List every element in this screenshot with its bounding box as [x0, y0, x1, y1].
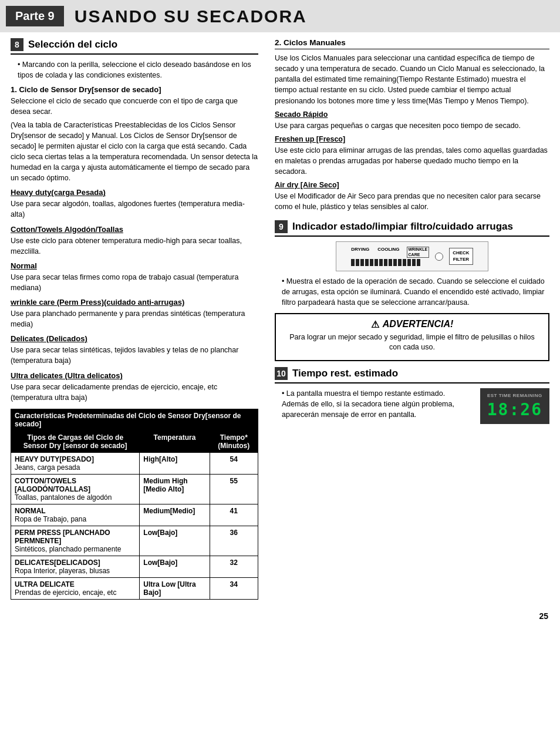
table-cell-temp: Ultra Low [Ultra Bajo] [140, 577, 210, 599]
wrinkle-label: WRINKLECARE [407, 247, 430, 258]
section9-title: Indicador estado/limpiar filtro/cuidado … [292, 221, 513, 233]
table-cell-type: PERM PRESS [PLANCHADO PERMNENTE]Sintétic… [11, 526, 140, 556]
bar-6 [375, 259, 378, 266]
section8-heading: 8 Selección del ciclo [11, 38, 258, 55]
bar-13 [407, 259, 411, 266]
table-cell-temp: High[Alto] [140, 452, 210, 474]
cycle-table: Características Predeterminadas del Cicl… [11, 409, 258, 600]
normal-title: Normal [11, 261, 258, 270]
warning-triangle-icon: ⚠ [371, 319, 379, 330]
table-cell-temp: Medium[Medio] [140, 504, 210, 526]
bar-group: DRYING COOLING WRINKLECARE [351, 247, 429, 266]
timer-section: • La pantalla muestra el tiempo restante… [275, 388, 549, 424]
bar-2 [356, 259, 359, 266]
air-dry-body: Use el Modificador de Air Seco para pren… [275, 191, 549, 212]
ciclos-manuales-body: Use los Ciclos Manuales para seleccionar… [275, 53, 549, 106]
bar-12 [403, 259, 406, 266]
cooling-label: COOLING [377, 247, 399, 258]
table-cell-temp: Low[Bajo] [140, 526, 210, 556]
section9-num: 9 [275, 220, 288, 233]
table-cell-time: 32 [210, 556, 258, 577]
freshen-title: Freshen up [Fresco] [275, 135, 549, 143]
subsection1-body: Seleccione el ciclo de secado que concue… [11, 96, 258, 117]
delicates-body: Use para secar telas sintéticas, tejidos… [11, 345, 258, 366]
circle-indicator [435, 253, 443, 261]
timer-digits: 18:26 [487, 400, 542, 419]
indicator-labels: DRYING COOLING WRINKLECARE [351, 247, 429, 258]
progress-bars [351, 259, 420, 266]
table-row: NORMALRopa de Trabajo, pana Medium[Medio… [11, 504, 258, 526]
ultra-body: Use para secar delicadamente prendas de … [11, 382, 258, 403]
subsection1-title: 1. Ciclo de Sensor Dry[sensor de secado] [11, 85, 258, 94]
section10-title: Tiempo rest. estimado [292, 368, 398, 379]
ciclos-manuales-title: 2. Ciclos Manuales [275, 38, 549, 49]
bar-9 [389, 259, 392, 266]
page-title: USANDO SU SECADORA [75, 6, 307, 26]
page-number: 25 [0, 600, 560, 621]
table-cell-temp: Low[Bajo] [140, 556, 210, 577]
main-content: 8 Selección del ciclo • Marcando con la … [0, 38, 560, 600]
cotton-title: Cotton/Towels Algodón/Toallas [11, 225, 258, 234]
table-cell-time: 36 [210, 526, 258, 556]
timer-label: EST TIME REMAINING [487, 393, 542, 398]
bar-1 [351, 259, 355, 266]
indicator-display: DRYING COOLING WRINKLECARE [336, 241, 488, 271]
table-row: DELICATES[DELICADOS]Ropa Interior, playe… [11, 556, 258, 577]
secado-rapido-body: Use para cargas pequeñas o cargas que ne… [275, 120, 549, 131]
heavy-duty-body: Use para secar algodón, toallas, algodon… [11, 199, 258, 220]
subsection1-body2: (Vea la tabla de Características Preesta… [11, 120, 258, 184]
check-filter-btn: CHECK FILTER [449, 248, 473, 265]
table-cell-type: ULTRA DELICATEPrendas de ejercicio, enca… [11, 577, 140, 599]
parte-badge: Parte 9 [6, 6, 64, 26]
delicates-title: Delicates (Delicados) [11, 334, 258, 343]
warning-title: ⚠ ADVERTENCIA! [283, 319, 541, 330]
warning-box: ⚠ ADVERTENCIA! Para lograr un mejor seca… [275, 313, 549, 361]
bar-3 [360, 259, 364, 266]
section8-num: 8 [11, 38, 23, 51]
table-cell-type: COTTON/TOWELS [ALGODÓN/TOALLAS]Toallas, … [11, 474, 140, 504]
table-cell-type: HEAVY DUTY[PESADO]Jeans, carga pesada [11, 452, 140, 474]
bar-4 [365, 259, 369, 266]
bar-7 [379, 259, 383, 266]
warning-body: Para lograr un mejor secado y seguridad,… [283, 332, 541, 353]
section8-title: Selección del ciclo [28, 39, 117, 51]
bar-11 [398, 259, 402, 266]
table-row: ULTRA DELICATEPrendas de ejercicio, enca… [11, 577, 258, 599]
wrinkle-title: wrinkle care (Perm Press)(cuidado anti-a… [11, 298, 258, 307]
heavy-duty-title: Heavy duty(carga Pesada) [11, 188, 258, 197]
wrinkle-body: Use para planchado permanente y para pre… [11, 308, 258, 329]
bar-15 [417, 259, 420, 266]
table-cell-time: 54 [210, 452, 258, 474]
table-col1-header: Tipos de Cargas del Ciclo de Sensor Dry … [11, 430, 140, 452]
ultra-title: Ultra delicates (Ultra delicatos) [11, 371, 258, 380]
table-cell-time: 34 [210, 577, 258, 599]
bar-10 [393, 259, 397, 266]
bar-8 [384, 259, 387, 266]
table-row: HEAVY DUTY[PESADO]Jeans, carga pesada Hi… [11, 452, 258, 474]
drying-label: DRYING [351, 247, 369, 258]
table-main-header: Características Predeterminadas del Cicl… [11, 409, 258, 430]
bar-5 [370, 259, 373, 266]
section8-intro: • Marcando con la perilla, seleccione el… [18, 59, 258, 80]
table-cell-type: NORMALRopa de Trabajo, pana [11, 504, 140, 526]
table-col3-header: Tiempo* (Minutos) [210, 430, 258, 452]
cotton-body: Use este ciclo para obtener temperatura … [11, 236, 258, 257]
table-cell-type: DELICATES[DELICADOS]Ropa Interior, playe… [11, 556, 140, 577]
air-dry-title: Air dry [Aire Seco] [275, 181, 549, 189]
table-cell-temp: Medium High [Medio Alto] [140, 474, 210, 504]
section9-heading: 9 Indicador estado/limpiar filtro/cuidad… [275, 220, 549, 237]
right-column: 2. Ciclos Manuales Use los Ciclos Manual… [269, 38, 549, 600]
bar-14 [412, 259, 416, 266]
table-row: COTTON/TOWELS [ALGODÓN/TOALLAS]Toallas, … [11, 474, 258, 504]
section10-heading: 10 Tiempo rest. estimado [275, 367, 549, 383]
left-column: 8 Selección del ciclo • Marcando con la … [11, 38, 269, 600]
ciclos-manuales-section: 2. Ciclos Manuales Use los Ciclos Manual… [275, 38, 549, 212]
section9-body: • Muestra el estado de la operación de s… [282, 276, 549, 308]
table-cell-time: 41 [210, 504, 258, 526]
timer-display: EST TIME REMAINING 18:26 [480, 388, 549, 424]
table-row: PERM PRESS [PLANCHADO PERMNENTE]Sintétic… [11, 526, 258, 556]
freshen-body: Use este ciclo para eliminar arrugas de … [275, 145, 549, 177]
table-cell-time: 55 [210, 474, 258, 504]
section10-body: • La pantalla muestra el tiempo restante… [282, 388, 472, 420]
table-col2-header: Temperatura [140, 430, 210, 452]
